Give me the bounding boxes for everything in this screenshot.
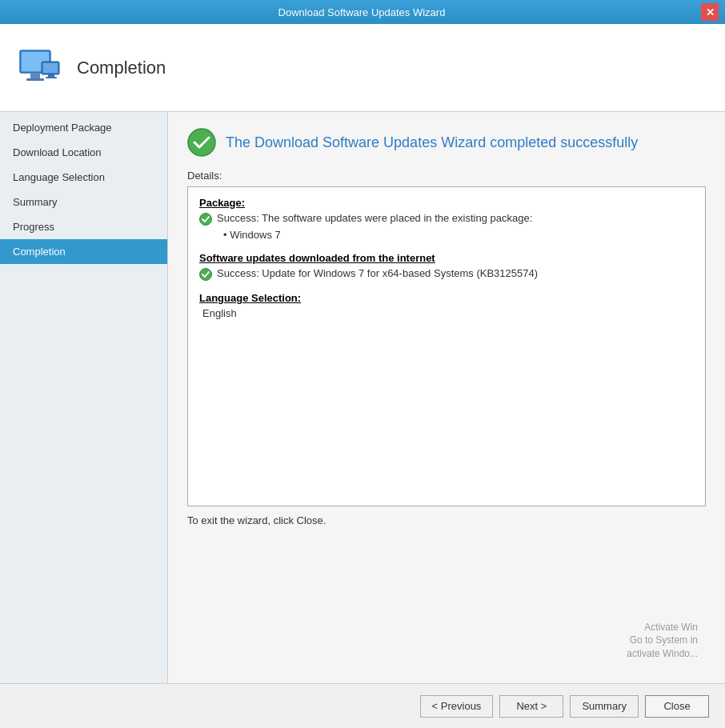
footer: < Previous Next > Summary Close [0,683,725,728]
package-success-text: Success: The software updates were place… [217,212,532,224]
package-check-icon [199,213,212,226]
internet-section: Software updates downloaded from the int… [199,252,694,281]
sidebar-item-summary[interactable]: Summary [0,190,167,214]
package-success-row: Success: The software updates were place… [199,212,694,226]
svg-rect-7 [46,77,57,78]
svg-rect-3 [26,78,44,81]
details-box: Package: Success: The software updates w… [187,186,706,506]
next-button[interactable]: Next > [499,695,563,718]
title-bar: Download Software Updates Wizard ✕ [0,0,725,24]
language-section-title: Language Selection: [199,292,694,304]
sidebar-item-progress[interactable]: Progress [0,214,167,239]
sidebar-item-language-selection[interactable]: Language Selection [0,165,167,190]
details-label: Details: [187,170,706,182]
svg-rect-2 [30,74,40,78]
spacer: Activate Win Go to System in activate Wi… [187,526,706,667]
internet-success-row: Success: Update for Windows 7 for x64-ba… [199,267,694,281]
sidebar-item-completion[interactable]: Completion [0,239,167,264]
language-section: Language Selection: English [199,292,694,319]
content-area: The Download Software Updates Wizard com… [168,112,725,683]
package-bullet-item: • Windows 7 [223,229,694,241]
internet-success-text: Success: Update for Windows 7 for x64-ba… [217,267,538,279]
sidebar-item-deployment-package[interactable]: Deployment Package [0,115,167,140]
summary-button[interactable]: Summary [570,695,639,718]
package-section: Package: Success: The software updates w… [199,197,694,241]
svg-rect-5 [43,63,58,73]
exit-text: To exit the wizard, click Close. [187,514,706,526]
sidebar-item-download-location[interactable]: Download Location [0,140,167,165]
completion-header: The Download Software Updates Wizard com… [187,128,706,157]
svg-point-9 [200,214,212,226]
svg-point-10 [200,269,212,281]
header-title: Completion [77,58,166,78]
window: Download Software Updates Wizard ✕ Compl… [0,0,725,728]
internet-section-title: Software updates downloaded from the int… [199,252,694,264]
language-value: English [199,307,694,319]
sidebar: Deployment Package Download Location Lan… [0,112,168,683]
internet-check-icon [199,268,212,281]
main-layout: Deployment Package Download Location Lan… [0,112,725,683]
wizard-icon [16,44,64,92]
package-section-title: Package: [199,197,694,209]
activate-windows-watermark: Activate Win Go to System in activate Wi… [627,621,698,661]
completion-title-text: The Download Software Updates Wizard com… [226,134,638,151]
header-area: Completion [0,24,725,112]
close-button[interactable]: Close [645,695,709,718]
close-window-button[interactable]: ✕ [701,3,719,21]
svg-point-8 [188,129,215,156]
svg-rect-6 [48,74,54,77]
previous-button[interactable]: < Previous [420,695,494,718]
success-icon [187,128,216,157]
window-title: Download Software Updates Wizard [22,6,701,18]
